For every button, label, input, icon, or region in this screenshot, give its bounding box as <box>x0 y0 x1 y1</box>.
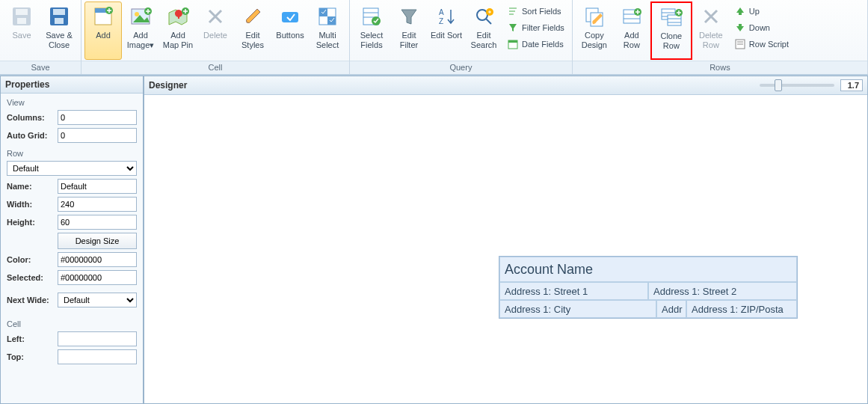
multi-select-button[interactable]: Multi Select <box>309 1 346 60</box>
select-fields-icon <box>360 4 384 28</box>
design-card[interactable]: Account Name Address 1: Street 1 Address… <box>499 256 798 319</box>
ribbon-group-label-query: Query <box>350 61 572 74</box>
left-input[interactable] <box>58 331 137 346</box>
save-close-button[interactable]: Save & Close <box>40 1 78 60</box>
ribbon-group-save: Save Save & Close Save <box>0 0 81 74</box>
cell-section: Cell <box>1 315 143 330</box>
filter-fields-button[interactable]: Filter Fields <box>505 21 566 34</box>
height-label: Height: <box>7 218 55 227</box>
edit-search-button[interactable]: Edit Search <box>465 1 502 60</box>
svg-point-10 <box>135 12 139 16</box>
svg-rect-4 <box>53 9 65 15</box>
ribbon-group-label-save: Save <box>0 61 81 74</box>
brush-icon <box>241 4 265 28</box>
designer-canvas[interactable]: Account Name Address 1: Street 1 Address… <box>144 95 867 403</box>
script-icon <box>734 38 746 50</box>
svg-rect-1 <box>16 9 28 15</box>
width-label: Width: <box>7 200 55 209</box>
image-icon <box>129 4 153 28</box>
card-cell-zip[interactable]: Address 1: ZIP/Posta <box>686 300 797 318</box>
select-fields-button[interactable]: Select Fields <box>353 1 390 60</box>
ribbon-group-rows: Copy Design Add Row Clone Row Delete Row <box>573 0 868 74</box>
nextwide-label: Next Wide: <box>7 296 55 304</box>
color-input[interactable] <box>58 252 137 267</box>
row-down-button[interactable]: Down <box>733 21 790 34</box>
card-cell-street1[interactable]: Address 1: Street 1 <box>499 282 648 300</box>
delete-icon <box>203 4 227 28</box>
edit-styles-button[interactable]: Edit Styles <box>234 1 271 60</box>
card-cell-street2[interactable]: Address 1: Street 2 <box>648 282 797 300</box>
zoom-slider-thumb[interactable] <box>775 79 782 91</box>
filter-icon <box>397 4 421 28</box>
edit-filter-button[interactable]: Edit Filter <box>390 1 428 60</box>
clone-row-button[interactable]: Clone Row <box>650 1 692 60</box>
multi-select-icon <box>316 4 339 28</box>
nextwide-select[interactable]: Default <box>58 293 137 307</box>
add-row-icon <box>620 4 644 28</box>
svg-rect-5 <box>55 18 64 24</box>
date-fields-button[interactable]: Date Fields <box>505 37 566 51</box>
color-label: Color: <box>7 255 55 264</box>
sort-fields-button[interactable]: Sort Fields <box>505 4 566 18</box>
save-close-icon <box>47 4 71 28</box>
columns-label: Columns: <box>7 113 55 122</box>
buttons-button[interactable]: Buttons <box>271 1 309 60</box>
view-section: View <box>1 94 143 108</box>
calendar-icon <box>507 38 519 50</box>
row-up-button[interactable]: Up <box>733 4 790 18</box>
card-cell-addr[interactable]: Addr <box>656 300 686 318</box>
svg-rect-15 <box>319 8 327 16</box>
card-title-cell[interactable]: Account Name <box>499 257 797 282</box>
sort-fields-icon <box>507 5 519 17</box>
body-area: Properties View Columns: Auto Grid: Row … <box>0 75 868 404</box>
autogrid-input[interactable] <box>58 128 137 143</box>
delete-row-button[interactable]: Delete Row <box>692 1 730 60</box>
svg-point-23 <box>477 10 487 20</box>
columns-input[interactable] <box>58 110 137 125</box>
designer-panel: Designer 1.7 Account Name Address 1: Str… <box>144 76 868 404</box>
design-size-button[interactable]: Design Size <box>58 233 137 249</box>
card-cell-city[interactable]: Address 1: City <box>499 300 656 318</box>
top-input[interactable] <box>58 349 137 364</box>
copy-design-button[interactable]: Copy Design <box>576 1 613 60</box>
height-input[interactable] <box>58 215 137 230</box>
zoom-slider[interactable] <box>760 84 834 87</box>
properties-panel: Properties View Columns: Auto Grid: Row … <box>0 76 144 404</box>
save-button[interactable]: Save <box>3 1 40 60</box>
svg-rect-40 <box>668 15 681 25</box>
add-icon <box>91 4 115 28</box>
add-row-button[interactable]: Add Row <box>613 1 650 60</box>
properties-body: View Columns: Auto Grid: Row Default Nam… <box>1 94 143 403</box>
add-map-pin-button[interactable]: Add Map Pin <box>159 1 197 60</box>
svg-rect-30 <box>508 40 517 43</box>
svg-text:Z: Z <box>439 17 443 25</box>
selected-label: Selected: <box>7 273 55 282</box>
svg-rect-16 <box>327 16 336 25</box>
autogrid-label: Auto Grid: <box>7 131 55 140</box>
ribbon-group-label-rows: Rows <box>573 61 867 74</box>
ribbon-group-query: Select Fields Edit Filter AZ Edit Sort E… <box>350 0 573 74</box>
add-image-button[interactable]: Add Image▾ <box>122 1 159 60</box>
copy-icon <box>582 4 606 28</box>
row-select[interactable]: Default <box>7 161 137 176</box>
delete-button[interactable]: Delete <box>197 1 234 60</box>
row-script-button[interactable]: Row Script <box>733 37 790 51</box>
left-label: Left: <box>7 334 55 343</box>
svg-text:A: A <box>439 8 444 16</box>
selected-input[interactable] <box>58 270 137 285</box>
ribbon-group-cell: Add Add Image▾ Add Map Pin Delete <box>81 0 350 74</box>
zoom-control: 1.7 <box>760 79 863 91</box>
add-button[interactable]: Add <box>84 1 122 60</box>
width-input[interactable] <box>58 197 137 212</box>
zoom-value[interactable]: 1.7 <box>840 79 863 91</box>
name-input[interactable] <box>58 179 137 194</box>
svg-line-24 <box>486 19 491 24</box>
name-label: Name: <box>7 182 55 191</box>
ribbon: Save Save & Close Save Add <box>0 0 868 75</box>
top-label: Top: <box>7 352 55 361</box>
filter-fields-icon <box>507 22 519 34</box>
delete-row-icon <box>699 4 723 28</box>
edit-sort-button[interactable]: AZ Edit Sort <box>428 1 465 60</box>
search-icon <box>472 4 496 28</box>
row-section: Row <box>1 144 143 159</box>
